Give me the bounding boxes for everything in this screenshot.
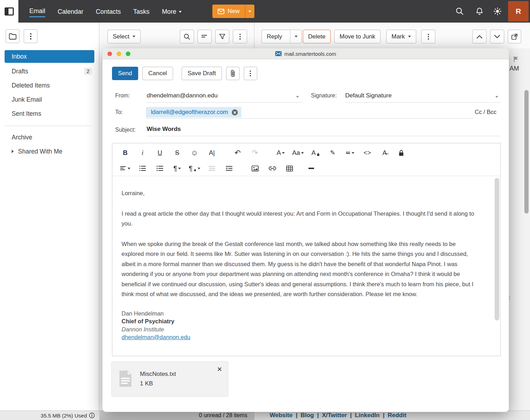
user-avatar[interactable]: R [508, 1, 529, 22]
search-button[interactable] [452, 4, 467, 19]
nav-contacts[interactable]: Contacts [96, 6, 121, 17]
editor-scrollbar-thumb[interactable] [495, 178, 499, 320]
folder-label: Deleted Items [12, 82, 50, 89]
undo-button[interactable]: ↶ [229, 147, 246, 159]
window-minimize-button[interactable] [117, 52, 121, 56]
align-button[interactable] [117, 162, 134, 174]
insert-image-button[interactable] [246, 162, 264, 174]
flag-icon[interactable] [513, 56, 520, 63]
cc-bcc-toggle[interactable]: Cc / Bcc [475, 109, 496, 115]
footer-link-linkedin[interactable]: LinkedIn [355, 412, 379, 419]
underline-button[interactable]: U [151, 147, 169, 159]
lock-button[interactable] [393, 147, 409, 159]
search-messages-button[interactable] [180, 30, 194, 43]
outdent-button[interactable] [203, 162, 220, 174]
filter-button[interactable] [215, 30, 229, 43]
save-draft-button[interactable]: Save Draft [182, 67, 222, 80]
theme-button[interactable] [490, 4, 505, 19]
horizontal-rule-button[interactable] [302, 162, 320, 174]
bold-button[interactable]: B [117, 147, 134, 159]
body-paragraph: I read a great article the other day tha… [122, 209, 479, 229]
message-body[interactable]: Lorraine, I read a great article the oth… [112, 176, 500, 356]
footer-link-website[interactable]: Website [270, 412, 293, 419]
footer-link-blog[interactable]: Blog [301, 412, 314, 419]
nav-email[interactable]: Email [29, 5, 45, 17]
next-message-button[interactable] [490, 30, 504, 43]
redo-icon: ↷ [252, 149, 258, 157]
insert-link-button[interactable] [264, 162, 281, 174]
nav-calendar[interactable]: Calendar [58, 6, 83, 17]
open-in-new-window-button[interactable] [508, 30, 521, 43]
footer-link-twitter[interactable]: X/Twitter [322, 412, 347, 419]
strikethrough-button[interactable]: S [169, 147, 186, 159]
clear-formatting-button[interactable]: A̶ [376, 147, 393, 159]
cancel-button[interactable]: Cancel [142, 67, 173, 80]
new-folder-button[interactable] [6, 29, 19, 43]
sidebar-item-sent-items[interactable]: Sent Items [0, 107, 99, 121]
signature-email-link[interactable]: dhendelman@dannon.edu [122, 334, 190, 340]
highlight-button[interactable]: ✎ [324, 147, 341, 159]
caret-down-icon [408, 36, 411, 37]
sidebar-toggle-icon[interactable] [5, 7, 14, 16]
redo-button[interactable]: ↷ [246, 147, 264, 159]
signature-underline [345, 92, 501, 103]
reply-dropdown[interactable] [290, 30, 301, 43]
sidebar-item-junk-email[interactable]: Junk Email [0, 92, 99, 107]
nav-more[interactable]: More [162, 6, 182, 17]
sort-button[interactable] [198, 30, 212, 43]
font-color-icon: A [311, 149, 316, 157]
message-more-button[interactable] [421, 30, 435, 43]
from-label: From: [115, 92, 130, 99]
sidebar-item-shared-with-me[interactable]: Shared With Me [0, 144, 99, 158]
caret-down-icon [248, 11, 251, 12]
info-icon[interactable] [89, 413, 95, 418]
nav-tasks[interactable]: Tasks [133, 6, 149, 17]
sidebar-item-inbox[interactable]: Inbox [5, 50, 94, 63]
folder-options-button[interactable] [24, 29, 37, 43]
font-size-button[interactable]: A [272, 147, 289, 159]
file-icon [119, 370, 132, 388]
italic-button[interactable]: i [134, 147, 151, 159]
text-case-button[interactable]: Aa [289, 147, 307, 159]
bullet-list-button[interactable] [151, 162, 169, 174]
remove-attachment-icon[interactable] [217, 366, 223, 372]
send-button[interactable]: Send [112, 67, 138, 80]
compose-window: mail.smartertools.com Send Cancel Save D… [102, 48, 509, 412]
font-color-button[interactable]: A [307, 147, 324, 159]
select-button[interactable]: Select [107, 30, 141, 43]
window-close-button[interactable] [107, 52, 112, 56]
subject-underline [147, 126, 501, 136]
code-view-button[interactable]: <> [359, 147, 376, 159]
window-zoom-button[interactable] [126, 52, 130, 56]
paragraph-style-button[interactable]: ¶ [186, 162, 203, 174]
font-button[interactable]: A| [203, 147, 220, 159]
blockquote-button[interactable]: “ [341, 147, 359, 159]
reply-label: Reply [267, 33, 287, 40]
paragraph-icon: ¶ [189, 164, 193, 173]
paragraph-format-button[interactable]: ¶ [169, 162, 186, 174]
new-button[interactable]: New [212, 5, 254, 18]
notifications-button[interactable] [472, 4, 487, 19]
attach-file-button[interactable] [226, 67, 240, 80]
new-button-main[interactable]: New [212, 5, 245, 18]
delete-button[interactable]: Delete [303, 30, 331, 43]
indent-button[interactable] [220, 162, 238, 174]
sidebar-item-deleted-items[interactable]: Deleted Items [0, 78, 99, 92]
compose-more-button[interactable] [244, 67, 257, 80]
footer-link-reddit[interactable]: Reddit [388, 412, 406, 419]
insert-table-button[interactable] [281, 162, 298, 174]
emoji-button[interactable]: ☺ [186, 147, 203, 159]
sidebar-item-archive[interactable]: Archive [0, 130, 99, 144]
ordered-list-button[interactable] [134, 162, 151, 174]
reply-button[interactable]: Reply [261, 30, 302, 43]
page-scrollbar-thumb[interactable] [524, 90, 529, 214]
list-more-button[interactable] [233, 30, 247, 43]
move-to-junk-button[interactable]: Move to Junk [334, 30, 381, 43]
new-button-dropdown[interactable] [245, 5, 254, 18]
folder-list: Inbox Drafts2 Deleted Items Junk Email S… [0, 50, 99, 158]
select-label: Select [113, 33, 129, 40]
attachment-card[interactable]: MiscNotes.txt 1 KB [111, 361, 228, 397]
mark-button[interactable]: Mark [386, 30, 416, 43]
previous-message-button[interactable] [472, 30, 487, 43]
sidebar-item-drafts[interactable]: Drafts2 [0, 64, 99, 78]
